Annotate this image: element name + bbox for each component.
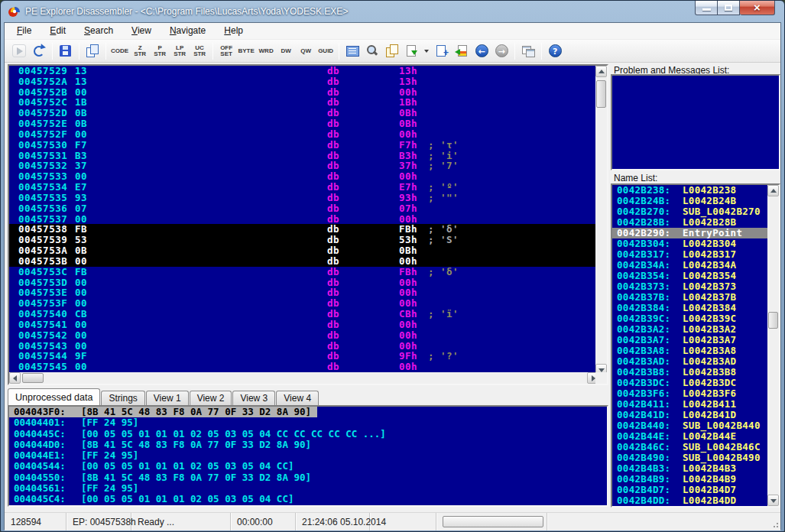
name-list-item[interactable]: 0042B34A:L0042B34A xyxy=(612,260,767,271)
name-list-item[interactable]: 0042B46C:SUB_L0042B46C xyxy=(612,442,767,453)
name-list-item[interactable]: 0042B290:EntryPoint xyxy=(612,228,767,238)
name-list-item[interactable]: 0042B384:L0042B384 xyxy=(612,303,767,313)
list-button[interactable] xyxy=(342,41,362,61)
wrd-button[interactable]: WRD xyxy=(256,41,276,61)
menu-view[interactable]: View xyxy=(122,24,161,38)
hexdump-row[interactable]: 004044D0:[8B 41 5C 48 83 F8 0A 77 0F 33 … xyxy=(9,440,607,450)
name-list-item[interactable]: 0042B354:L0042B354 xyxy=(612,271,767,281)
tab-strings[interactable]: Strings xyxy=(101,391,144,405)
disasm-row[interactable]: 00457530F7dbF7h; 'τ' xyxy=(9,140,595,151)
move-button[interactable] xyxy=(432,41,452,61)
name-list-item[interactable]: 0042B3A8:L0042B3A8 xyxy=(612,345,767,356)
disasm-row[interactable]: 0045752C1Bdb1Bh xyxy=(9,97,595,108)
ucstr-button[interactable]: UCSTR xyxy=(190,41,209,61)
disasm-row[interactable]: 0045752B00db00h xyxy=(9,87,595,98)
scroll-up-button[interactable] xyxy=(595,66,607,77)
disasm-row[interactable]: 00457534E7dbE7h; 'º' xyxy=(9,182,595,193)
name-list-item[interactable]: 0042B39C:L0042B39C xyxy=(612,313,767,324)
refresh-button[interactable] xyxy=(29,41,49,61)
disasm-row[interactable]: 0045753593db93h; '"' xyxy=(9,193,595,203)
export-button[interactable] xyxy=(402,41,422,61)
name-list-item[interactable]: 0042B270:SUB_L0042B270 xyxy=(612,206,767,217)
hexdump-row[interactable]: 004043F0:[8B 41 5C 48 83 F8 0A 77 0F 33 … xyxy=(9,407,607,417)
disasm-row[interactable]: 0045753F00db00h xyxy=(9,298,595,309)
qw-button[interactable]: QW xyxy=(296,41,316,61)
name-list-item[interactable]: 0042B4B3:L0042B4B3 xyxy=(612,463,767,474)
name-list-item[interactable]: 0042B304:L0042B304 xyxy=(612,238,767,249)
disasm-row[interactable]: 0045754100db00h xyxy=(9,320,595,330)
zstr-button[interactable]: ZSTR xyxy=(130,41,150,61)
disasm-row[interactable]: 0045753300db00h xyxy=(9,171,595,182)
hexdump-row[interactable]: 0040445C:[00 05 05 01 01 01 02 05 03 05 … xyxy=(9,429,607,440)
disasm-row[interactable]: 0045753A0Bdb0Bh xyxy=(9,245,595,256)
disasm-vscroll-thumb[interactable] xyxy=(596,80,606,108)
name-list-item[interactable]: 0042B3DC:L0042B3DC xyxy=(612,378,767,388)
title-bar[interactable]: PE Explorer Disassembler - <C:\Program F… xyxy=(4,1,781,22)
disasm-row[interactable]: 00457540CBdbCBh; 'ï' xyxy=(9,309,595,320)
menu-edit[interactable]: Edit xyxy=(41,24,75,38)
names-scroll-down-button[interactable] xyxy=(767,495,779,506)
name-list-item[interactable]: 0042B440:SUB_L0042B440 xyxy=(612,420,767,431)
hexdump-row[interactable]: 004044E1:[FF 24 95] xyxy=(9,450,607,461)
hexdump-row[interactable]: 00404544:[00 05 05 01 01 01 02 05 03 05 … xyxy=(9,461,607,472)
export-dropdown-button[interactable] xyxy=(422,41,432,61)
copy-button[interactable] xyxy=(83,41,102,61)
dw-button[interactable]: DW xyxy=(276,41,296,61)
disasm-row[interactable]: 0045753E00db00h xyxy=(9,287,595,298)
names-vscroll-thumb[interactable] xyxy=(768,312,778,329)
disasm-row[interactable]: 0045752A13db13h xyxy=(9,76,595,87)
disasm-hscrollbar[interactable] xyxy=(9,372,598,384)
disassembly-view[interactable]: 0045752913db13h0045752A13db13h0045752B00… xyxy=(9,66,595,372)
name-list-item[interactable]: 0042B317:L0042B317 xyxy=(612,249,767,260)
name-list-item[interactable]: 0042B490:SUB_L0042B490 xyxy=(612,453,767,463)
menu-help[interactable]: Help xyxy=(215,24,252,38)
name-list-item[interactable]: 0042B44E:L0042B44E xyxy=(612,431,767,442)
report-button[interactable] xyxy=(452,41,472,61)
pages-button[interactable] xyxy=(382,41,402,61)
hexdump-row[interactable]: 00404561:[FF 24 95] xyxy=(9,483,607,494)
disasm-row[interactable]: 0045753953db53h; 'S' xyxy=(9,235,595,245)
name-list-item[interactable]: 0042B3B8:L0042B3B8 xyxy=(612,367,767,378)
resize-grip[interactable] xyxy=(771,521,779,528)
name-list[interactable]: 0042B238:L0042B2380042B24B:L0042B24B0042… xyxy=(612,185,767,506)
tab-view-3[interactable]: View 3 xyxy=(232,391,275,405)
disasm-row[interactable]: 0045754200db00h xyxy=(9,330,595,341)
disasm-row[interactable]: 0045753237db37h; '7' xyxy=(9,161,595,171)
disasm-row[interactable]: 0045752F00db00h xyxy=(9,129,595,140)
minimize-button[interactable] xyxy=(695,1,718,15)
problems-list[interactable] xyxy=(611,74,780,170)
menu-search[interactable]: Search xyxy=(75,24,122,38)
pstr-button[interactable]: PSTR xyxy=(150,41,170,61)
scroll-left-button[interactable] xyxy=(9,372,21,384)
disasm-row[interactable]: 0045752D0Bdb0Bh xyxy=(9,108,595,118)
name-list-item[interactable]: 0042B28B:L0042B28B xyxy=(612,217,767,228)
save-button[interactable] xyxy=(56,41,76,61)
guid-button[interactable]: GUID xyxy=(316,41,336,61)
name-list-item[interactable]: 0042B3A2:L0042B3A2 xyxy=(612,324,767,335)
disasm-vscrollbar[interactable] xyxy=(595,66,607,375)
disasm-row[interactable]: 0045754500db00h xyxy=(9,362,595,372)
name-list-item[interactable]: 0042B3F6:L0042B3F6 xyxy=(612,388,767,399)
lpstr-button[interactable]: LPSTR xyxy=(170,41,190,61)
hexdump-view[interactable]: 004043F0:[8B 41 5C 48 83 F8 0A 77 0F 33 … xyxy=(9,407,607,505)
disasm-row[interactable]: 0045753B00db00h xyxy=(9,256,595,267)
disasm-row[interactable]: 0045754300db00h xyxy=(9,341,595,352)
disasm-row[interactable]: 0045752E0Bdb0Bh xyxy=(9,118,595,129)
tab-view-4[interactable]: View 4 xyxy=(276,391,319,405)
code-button[interactable]: CODE xyxy=(109,41,130,61)
restore-button[interactable] xyxy=(718,1,740,15)
windows-button[interactable] xyxy=(518,41,538,61)
name-list-item[interactable]: 0042B373:L0042B373 xyxy=(612,281,767,292)
disasm-row[interactable]: 004575449Fdb9Fh; '?' xyxy=(9,351,595,362)
names-scroll-up-button[interactable] xyxy=(767,185,779,196)
back-button[interactable]: ← xyxy=(472,41,491,61)
disasm-row[interactable]: 0045752913db13h xyxy=(9,66,595,76)
name-list-item[interactable]: 0042B3A7:L0042B3A7 xyxy=(612,335,767,345)
offset-button[interactable]: OFFSET xyxy=(216,41,236,61)
close-button[interactable]: × xyxy=(740,1,775,15)
disasm-row[interactable]: 0045753700db00h xyxy=(9,214,595,225)
run-button[interactable] xyxy=(9,41,29,61)
hexdump-row[interactable]: 004045C4:[00 05 05 01 01 01 02 05 03 05 … xyxy=(9,494,607,504)
hexdump-row[interactable]: 00404401:[FF 24 95] xyxy=(9,417,607,428)
tab-view-2[interactable]: View 2 xyxy=(190,391,232,405)
